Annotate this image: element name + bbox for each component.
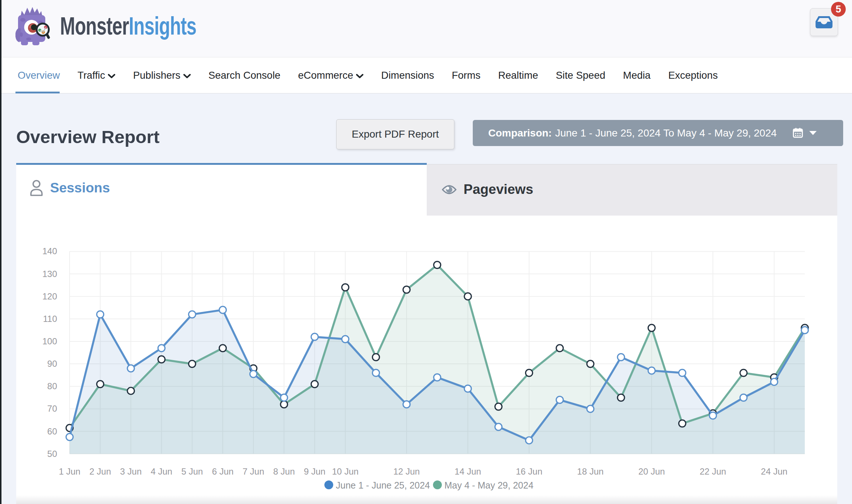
- svg-text:10 Jun: 10 Jun: [332, 466, 359, 476]
- svg-text:50: 50: [47, 449, 57, 459]
- svg-text:6 Jun: 6 Jun: [212, 466, 234, 476]
- svg-text:22 Jun: 22 Jun: [700, 466, 726, 476]
- svg-text:12 Jun: 12 Jun: [393, 466, 420, 476]
- svg-text:140: 140: [42, 246, 57, 256]
- svg-text:16 Jun: 16 Jun: [516, 466, 542, 476]
- svg-text:130: 130: [42, 269, 57, 279]
- svg-text:7 Jun: 7 Jun: [243, 466, 264, 476]
- svg-text:4 Jun: 4 Jun: [151, 466, 172, 476]
- svg-text:5 Jun: 5 Jun: [181, 466, 203, 476]
- svg-text:8 Jun: 8 Jun: [273, 466, 295, 476]
- svg-text:18 Jun: 18 Jun: [577, 466, 603, 476]
- svg-text:1 Jun: 1 Jun: [59, 466, 81, 476]
- svg-text:24 Jun: 24 Jun: [761, 466, 788, 476]
- svg-text:120: 120: [42, 291, 57, 301]
- svg-text:80: 80: [47, 381, 57, 391]
- svg-text:60: 60: [47, 426, 57, 436]
- svg-text:2 Jun: 2 Jun: [89, 466, 111, 476]
- svg-text:70: 70: [47, 404, 57, 414]
- svg-text:14 Jun: 14 Jun: [455, 466, 481, 476]
- svg-text:3 Jun: 3 Jun: [120, 466, 142, 476]
- svg-text:110: 110: [43, 314, 57, 324]
- svg-text:9 Jun: 9 Jun: [304, 466, 325, 476]
- svg-text:20 Jun: 20 Jun: [638, 466, 665, 476]
- svg-text:100: 100: [42, 336, 57, 346]
- svg-text:90: 90: [47, 359, 57, 369]
